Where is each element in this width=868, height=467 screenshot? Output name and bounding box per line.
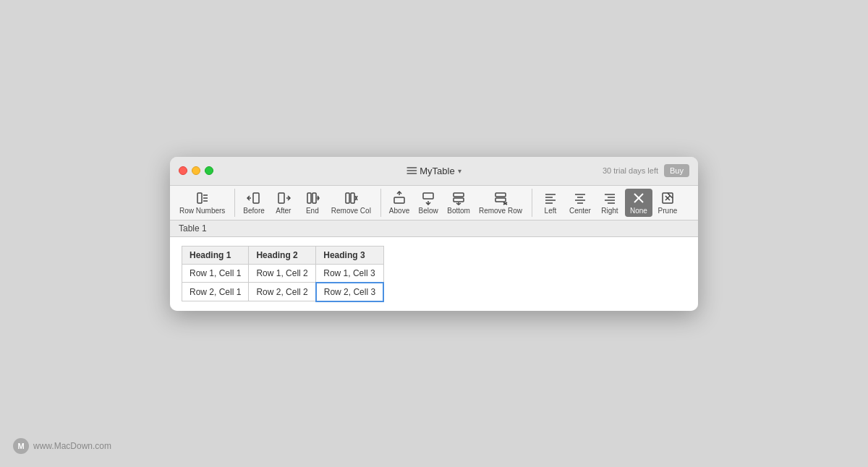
end-button[interactable]: End [299, 189, 326, 217]
svg-rect-12 [351, 193, 354, 203]
titlebar: MyTable ▾ 30 trial days left Buy [170, 157, 698, 186]
header-cell-1: Heading 1 [182, 246, 249, 264]
data-table: Heading 1 Heading 2 Heading 3 Row 1, Cel… [182, 246, 384, 302]
svg-rect-23 [495, 198, 506, 202]
remove-row-label: Remove Row [479, 207, 522, 215]
align-left-button[interactable]: Left [537, 189, 564, 217]
trial-text: 30 trial days left [603, 166, 658, 175]
minimize-button[interactable] [192, 166, 200, 175]
header-row: Heading 1 Heading 2 Heading 3 [182, 246, 384, 264]
svg-rect-4 [253, 193, 259, 203]
remove-row-icon [493, 191, 508, 205]
remove-col-icon [344, 191, 358, 205]
cell-r2c2[interactable]: Row 2, Cell 2 [249, 283, 316, 301]
header-cell-2: Heading 2 [249, 246, 316, 264]
cell-r1c3[interactable]: Row 1, Cell 3 [316, 264, 383, 283]
watermark: M www.MacDown.com [13, 438, 111, 454]
below-icon [421, 191, 435, 205]
prune-label: Prune [658, 207, 678, 215]
align-none-label: None [630, 207, 647, 215]
row-numbers-label: Row Numbers [179, 207, 225, 215]
title-menu-icon[interactable] [407, 167, 417, 174]
svg-rect-6 [278, 193, 284, 203]
maximize-button[interactable] [205, 166, 213, 175]
subtoolbar-text: Table 1 [179, 223, 207, 234]
below-button[interactable]: Below [414, 189, 442, 217]
cell-r1c1[interactable]: Row 1, Cell 1 [182, 264, 249, 283]
watermark-icon: M [13, 438, 29, 454]
row-numbers-button[interactable]: Row Numbers [176, 189, 229, 217]
toolbar: Row Numbers Before After [170, 186, 698, 220]
svg-rect-9 [312, 193, 316, 203]
above-icon [392, 191, 407, 205]
above-label: Above [389, 207, 409, 215]
svg-rect-15 [394, 197, 404, 203]
toolbar-group-rownumbers: Row Numbers [176, 189, 235, 217]
svg-rect-17 [423, 193, 433, 199]
bottom-label: Bottom [447, 207, 470, 215]
align-none-button[interactable]: None [625, 189, 652, 217]
align-left-label: Left [545, 207, 557, 215]
align-center-icon [573, 191, 587, 205]
end-icon [305, 191, 320, 205]
align-center-button[interactable]: Center [566, 189, 595, 217]
align-center-label: Center [569, 207, 591, 215]
prune-icon [660, 191, 675, 205]
toolbar-group-col-ops: Before After End [239, 189, 381, 217]
end-label: End [306, 207, 319, 215]
before-button[interactable]: Before [239, 189, 268, 217]
after-button[interactable]: After [270, 189, 297, 217]
align-none-icon [631, 191, 646, 205]
below-label: Below [419, 207, 438, 215]
svg-rect-20 [454, 198, 464, 202]
subtoolbar: Table 1 [170, 220, 698, 237]
table-wrapper: Heading 1 Heading 2 Heading 3 Row 1, Cel… [170, 237, 698, 311]
titlebar-center: MyTable ▾ [407, 166, 461, 176]
prune-button[interactable]: Prune [654, 189, 681, 217]
svg-rect-22 [495, 193, 506, 197]
align-right-icon [603, 191, 617, 205]
svg-rect-8 [307, 193, 311, 203]
toolbar-group-row-ops: Above Below Bottom [386, 189, 532, 217]
table-head: Heading 1 Heading 2 Heading 3 [182, 246, 384, 264]
cell-r2c3[interactable]: Row 2, Cell 3 [316, 283, 383, 301]
remove-row-button[interactable]: Remove Row [475, 189, 526, 217]
row-numbers-icon [195, 191, 210, 205]
titlebar-right: 30 trial days left Buy [603, 164, 689, 177]
title-dropdown-icon[interactable]: ▾ [458, 167, 461, 175]
svg-rect-0 [197, 193, 202, 203]
cell-r2c1[interactable]: Row 2, Cell 1 [182, 283, 249, 301]
app-window: MyTable ▾ 30 trial days left Buy Row Num… [170, 157, 698, 311]
buy-button[interactable]: Buy [664, 164, 689, 177]
header-cell-3: Heading 3 [316, 246, 383, 264]
cell-r1c2[interactable]: Row 1, Cell 2 [249, 264, 316, 283]
above-button[interactable]: Above [386, 189, 413, 217]
remove-col-button[interactable]: Remove Col [328, 189, 375, 217]
table-body: Row 1, Cell 1 Row 1, Cell 2 Row 1, Cell … [182, 264, 384, 301]
before-icon [247, 191, 261, 205]
table-row: Row 1, Cell 1 Row 1, Cell 2 Row 1, Cell … [182, 264, 384, 283]
align-left-icon [543, 191, 558, 205]
svg-rect-19 [454, 193, 464, 197]
after-label: After [276, 207, 291, 215]
after-icon [276, 191, 291, 205]
close-button[interactable] [179, 166, 187, 175]
svg-rect-11 [346, 193, 349, 203]
table-row: Row 2, Cell 1 Row 2, Cell 2 Row 2, Cell … [182, 283, 384, 301]
window-title: MyTable [420, 166, 454, 176]
align-right-button[interactable]: Right [596, 189, 624, 217]
main-content: Heading 1 Heading 2 Heading 3 Row 1, Cel… [170, 237, 698, 311]
before-label: Before [243, 207, 264, 215]
remove-col-label: Remove Col [331, 207, 371, 215]
traffic-lights [179, 166, 213, 175]
bottom-icon [451, 191, 466, 205]
toolbar-group-align: Left Center Right [537, 189, 687, 217]
align-right-label: Right [601, 207, 618, 215]
bottom-button[interactable]: Bottom [443, 189, 474, 217]
watermark-text: www.MacDown.com [33, 441, 111, 451]
